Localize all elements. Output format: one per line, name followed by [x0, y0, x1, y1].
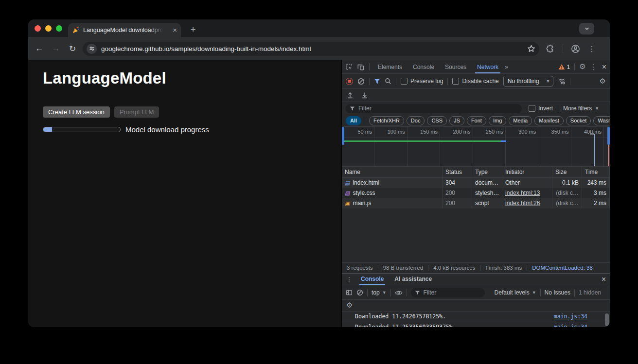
content-area: LanguageModel Create LLM session Prompt … — [28, 60, 610, 327]
inspect-element-icon[interactable] — [345, 63, 353, 70]
resource-type-chip[interactable]: CSS — [427, 116, 447, 125]
console-scrollbar-thumb[interactable] — [605, 313, 609, 326]
devtools-settings-icon[interactable]: ⚙ — [579, 63, 585, 70]
profile-icon[interactable] — [571, 44, 580, 53]
timeline-tick-label: 200 ms — [440, 127, 473, 166]
browser-tab[interactable]: LanguageModel downloadpro × — [68, 23, 181, 37]
back-button[interactable]: ← — [31, 44, 48, 53]
resource-type-chip[interactable]: Font — [467, 116, 486, 125]
record-network-log-button[interactable] — [346, 78, 353, 85]
progress-fill — [43, 127, 52, 132]
invert-checkbox[interactable]: Invert — [529, 105, 553, 112]
log-levels-select[interactable]: Default levels ▼ — [495, 289, 536, 296]
create-llm-session-button[interactable]: Create LLM session — [43, 106, 110, 118]
resource-type-chip[interactable]: Fetch/XHR — [369, 116, 404, 125]
live-expression-eye-icon[interactable] — [395, 290, 403, 296]
funnel-icon — [350, 106, 355, 111]
resource-type-chip[interactable]: Img — [489, 116, 506, 125]
hidden-messages-count[interactable]: 1 hidden — [579, 289, 601, 296]
bookmark-star-icon[interactable] — [527, 45, 535, 53]
console-sidebar-icon[interactable] — [346, 289, 353, 296]
resource-type-chip[interactable]: Socket — [566, 116, 591, 125]
column-header[interactable]: Name — [342, 167, 443, 177]
prompt-llm-button[interactable]: Prompt LLM — [114, 106, 160, 118]
summary-item: Finish: 383 ms — [480, 265, 527, 271]
devtools-tab[interactable]: Network — [475, 61, 500, 73]
resource-type-chip[interactable]: Media — [509, 116, 532, 125]
chevron-down-icon — [584, 26, 590, 32]
overview-right-handle[interactable] — [607, 127, 610, 145]
resource-type-chip[interactable]: All — [346, 116, 361, 125]
column-header[interactable]: Initiator — [502, 167, 552, 177]
network-settings-icon[interactable]: ⚙ — [600, 78, 606, 85]
resource-type-chip[interactable]: Doc — [407, 116, 425, 125]
network-request-row[interactable]: ▨style.css 200 stylesh… index.html:13 (d… — [342, 188, 610, 198]
column-header[interactable]: Time — [582, 167, 610, 177]
preserve-log-checkbox[interactable]: Preserve log — [401, 78, 443, 85]
issues-counter[interactable]: 1 — [558, 64, 570, 70]
resource-type-chip[interactable]: Wasm — [593, 116, 610, 125]
clear-console-icon[interactable] — [356, 289, 363, 296]
toolbar-divider — [563, 44, 563, 53]
tab-search-button[interactable] — [579, 23, 594, 35]
network-search-icon[interactable] — [385, 78, 391, 85]
address-bar[interactable]: googlechrome.github.io/samples/downloadi… — [83, 42, 539, 56]
url-text: googlechrome.github.io/samples/downloadi… — [101, 45, 523, 52]
more-filters-button[interactable]: More filters ▼ — [563, 105, 599, 112]
chevron-down-icon: ▼ — [532, 290, 536, 295]
devtools-tab[interactable]: Elements — [376, 61, 404, 73]
device-toolbar-icon[interactable] — [357, 63, 365, 71]
request-initiator[interactable]: index.html:26 — [502, 198, 552, 208]
column-header[interactable]: Size — [552, 167, 582, 177]
devtools-menu-icon[interactable]: ⋮ — [590, 63, 598, 71]
request-initiator[interactable]: index.html:13 — [502, 188, 552, 198]
extensions-icon[interactable] — [546, 44, 555, 53]
execution-context-select[interactable]: top ▼ — [372, 289, 387, 296]
throttling-select[interactable]: No throttling ▼ — [503, 76, 554, 87]
drawer-menu-icon[interactable]: ⋮ — [346, 276, 353, 283]
network-request-row[interactable]: ▣main.js 200 script index.html:26 (disk … — [342, 198, 610, 208]
checkbox-icon — [529, 105, 535, 112]
disable-cache-checkbox[interactable]: Disable cache — [452, 78, 498, 85]
tab-close-icon[interactable]: × — [173, 26, 177, 34]
reload-button[interactable]: ↻ — [64, 44, 81, 54]
traffic-light-close[interactable] — [35, 25, 41, 32]
request-initiator[interactable]: Other — [502, 178, 552, 188]
file-type-icon: ▤ — [345, 180, 350, 186]
site-settings-icon[interactable] — [87, 44, 97, 54]
drawer-tab[interactable]: AI assistance — [393, 274, 433, 285]
clear-network-log-icon[interactable] — [357, 78, 365, 85]
traffic-light-minimize[interactable] — [45, 25, 52, 32]
network-filter-input[interactable]: Filter — [346, 104, 522, 113]
devtools-tab[interactable]: Console — [411, 61, 436, 73]
console-source-link[interactable]: main.js:34 — [554, 312, 587, 321]
network-conditions-icon[interactable] — [558, 78, 566, 85]
forward-button[interactable]: → — [48, 44, 64, 53]
column-header[interactable]: Status — [443, 167, 472, 177]
console-messages: Downloaded 11.24267578125%. main.js:34 D… — [342, 312, 610, 328]
drawer-tabs: ConsoleAI assistance — [359, 274, 433, 285]
network-request-row[interactable]: ▤index.html 304 docum… Other 0.1 kB 243 … — [342, 178, 610, 188]
devtools-close-icon[interactable]: × — [602, 63, 606, 71]
traffic-light-maximize[interactable] — [56, 25, 62, 32]
console-source-link[interactable]: main.js:34 — [554, 322, 587, 327]
network-overview[interactable]: 50 ms100 ms150 ms200 ms250 ms300 ms350 m… — [342, 127, 610, 167]
request-name: main.js — [353, 198, 371, 208]
devtools-tab[interactable]: Sources — [443, 61, 468, 73]
console-filter-input[interactable]: Filter — [411, 288, 485, 297]
console-settings-icon[interactable]: ⚙ — [346, 302, 353, 309]
drawer-close-icon[interactable]: × — [602, 275, 606, 284]
overview-left-handle[interactable] — [342, 127, 344, 145]
resource-type-chip[interactable]: Manifest — [534, 116, 564, 125]
browser-menu-icon[interactable]: ⋮ — [588, 44, 596, 53]
filter-toggle-icon[interactable] — [374, 78, 380, 85]
resource-type-chip[interactable]: JS — [449, 116, 464, 125]
import-har-icon[interactable] — [347, 92, 354, 99]
issues-link[interactable]: No Issues — [545, 289, 570, 296]
export-har-icon[interactable] — [361, 92, 368, 99]
column-header[interactable]: Type — [472, 167, 502, 177]
request-name: index.html — [353, 178, 379, 188]
more-panels-icon[interactable]: » — [505, 63, 508, 70]
new-tab-button[interactable]: + — [187, 23, 199, 36]
drawer-tab[interactable]: Console — [359, 274, 385, 285]
